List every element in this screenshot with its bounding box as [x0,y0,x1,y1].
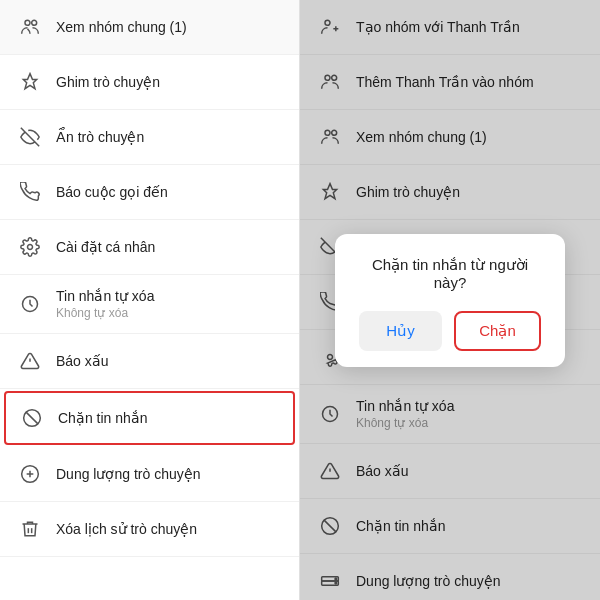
eye-off-icon [16,123,44,151]
svg-point-1 [32,20,37,25]
left-item-block[interactable]: Chặn tin nhắn [4,391,295,445]
dialog-overlay: Chặn tin nhắn từ người này? Hủy Chặn [300,0,600,600]
left-item-block-label: Chặn tin nhắn [58,410,148,426]
left-item-storage[interactable]: Dung lượng trò chuyện [0,447,299,502]
trash-icon [16,515,44,543]
left-item-pin[interactable]: Ghim trò chuyện [0,55,299,110]
storage-icon [16,460,44,488]
dialog-title: Chặn tin nhắn từ người này? [359,256,541,291]
left-item-view-group-label: Xem nhóm chung (1) [56,19,187,35]
confirm-dialog: Chặn tin nhắn từ người này? Hủy Chặn [335,234,565,367]
dialog-buttons: Hủy Chặn [359,311,541,351]
left-item-view-group[interactable]: Xem nhóm chung (1) [0,0,299,55]
left-item-autodelete[interactable]: Tin nhắn tự xóa Không tự xóa [0,275,299,334]
left-item-calls[interactable]: Báo cuộc gọi đến [0,165,299,220]
block-icon [18,404,46,432]
confirm-block-button[interactable]: Chặn [454,311,541,351]
left-item-hide[interactable]: Ẩn trò chuyện [0,110,299,165]
right-menu-panel: Tạo nhóm với Thanh Trần Thêm Thanh Trần … [300,0,600,600]
group-icon [16,13,44,41]
cancel-button[interactable]: Hủy [359,311,442,351]
left-item-delete-history-label: Xóa lịch sử trò chuyện [56,521,197,537]
left-item-pin-label: Ghim trò chuyện [56,74,160,90]
left-item-report[interactable]: Báo xấu [0,334,299,389]
call-icon [16,178,44,206]
svg-point-0 [25,20,30,25]
pin-icon [16,68,44,96]
left-item-report-label: Báo xấu [56,353,109,369]
left-item-settings[interactable]: Cài đặt cá nhân [0,220,299,275]
left-item-autodelete-sublabel: Không tự xóa [56,306,154,320]
warning-icon [16,347,44,375]
left-item-storage-label: Dung lượng trò chuyện [56,466,201,482]
left-item-settings-label: Cài đặt cá nhân [56,239,155,255]
settings-icon [16,233,44,261]
left-menu-panel: Xem nhóm chung (1) Ghim trò chuyện Ẩn tr… [0,0,300,600]
svg-line-8 [26,412,38,424]
left-item-autodelete-label: Tin nhắn tự xóa [56,288,154,304]
left-item-hide-label: Ẩn trò chuyện [56,129,144,145]
svg-point-3 [28,245,33,250]
timer-icon [16,290,44,318]
left-menu-list: Xem nhóm chung (1) Ghim trò chuyện Ẩn tr… [0,0,299,557]
left-item-delete-history[interactable]: Xóa lịch sử trò chuyện [0,502,299,557]
left-item-calls-label: Báo cuộc gọi đến [56,184,168,200]
